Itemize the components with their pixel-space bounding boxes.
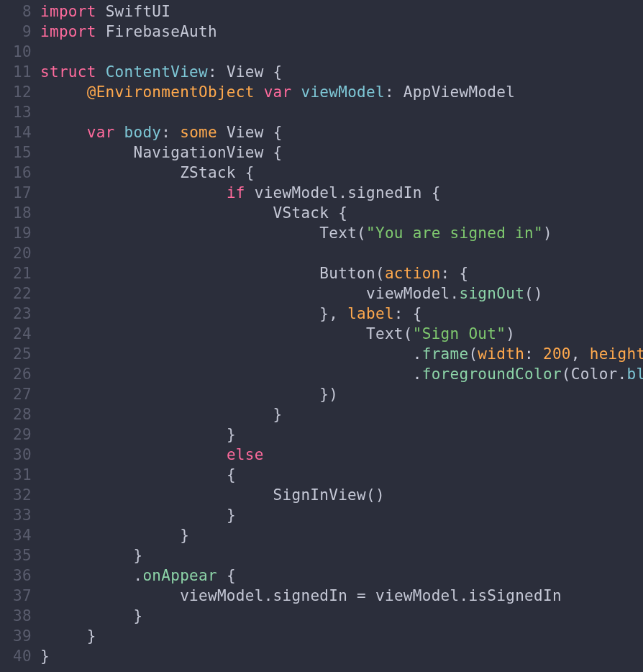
token-punct: }	[180, 527, 189, 544]
token-kw: else	[227, 446, 264, 463]
code-line[interactable]	[40, 42, 643, 62]
code-line[interactable]: }	[40, 404, 643, 424]
token-type: SwiftUI	[106, 3, 171, 20]
line-number: 25	[0, 344, 32, 364]
token-punct: (	[357, 224, 366, 242]
token-punct: (	[468, 345, 478, 363]
code-editor[interactable]: 8910111213141516171819202122232425262728…	[0, 0, 643, 666]
token-punct: ()	[366, 486, 385, 504]
token-param: width	[478, 345, 524, 363]
code-line[interactable]: SignInView()	[40, 485, 643, 505]
code-line[interactable]: viewModel.signedIn = viewModel.isSignedI…	[40, 586, 643, 606]
code-line[interactable]: .onAppear {	[40, 566, 643, 586]
code-line[interactable]: Button(action: {	[40, 263, 643, 283]
token-kw: import	[40, 23, 96, 40]
line-number: 15	[0, 142, 32, 163]
code-line[interactable]: import SwiftUI	[40, 1, 643, 22]
token-func: foregroundColor	[422, 365, 562, 383]
code-line[interactable]: }	[40, 646, 643, 666]
code-line[interactable]: import FirebaseAuth	[40, 22, 643, 42]
code-line[interactable]: }	[40, 606, 643, 626]
token-kw: import	[40, 3, 96, 20]
token-kw: var	[264, 83, 292, 101]
token-punct: }	[133, 547, 142, 564]
code-line[interactable]: }	[40, 525, 643, 545]
code-line[interactable]: var body: some View {	[40, 122, 643, 142]
code-line[interactable]: struct ContentView: View {	[40, 62, 643, 82]
token-prop: body	[124, 124, 162, 141]
code-line[interactable]	[40, 102, 643, 122]
token-punct: )	[506, 325, 515, 342]
token-punct: .	[264, 587, 273, 604]
line-number: 32	[0, 485, 32, 505]
token-punct: }	[227, 507, 236, 524]
code-line[interactable]: VStack {	[40, 203, 643, 223]
code-line[interactable]: }	[40, 424, 643, 445]
token-punct: .	[460, 587, 469, 604]
code-line[interactable]: {	[40, 465, 643, 485]
token-punct: }	[273, 406, 283, 423]
line-number: 30	[0, 445, 32, 465]
line-number: 31	[0, 465, 32, 485]
token-punct	[255, 83, 264, 101]
line-number: 8	[0, 1, 32, 22]
code-line[interactable]	[40, 243, 643, 263]
token-punct	[96, 3, 106, 20]
line-number-gutter: 8910111213141516171819202122232425262728…	[0, 1, 40, 666]
line-number: 12	[0, 82, 32, 102]
token-punct: (	[375, 265, 385, 282]
code-line[interactable]: }	[40, 626, 643, 646]
line-number: 40	[0, 646, 32, 666]
token-attr: @EnvironmentObject	[87, 83, 255, 101]
token-punct: }	[227, 426, 236, 443]
token-type: ZStack	[180, 164, 236, 181]
token-kw: var	[87, 124, 115, 141]
code-line[interactable]: NavigationView {	[40, 142, 643, 163]
token-punct: ,	[571, 345, 590, 363]
code-line[interactable]: .foregroundColor(Color.blue)	[40, 364, 643, 384]
code-line[interactable]: }, label: {	[40, 304, 643, 324]
code-line[interactable]: else	[40, 445, 643, 465]
code-line[interactable]: }	[40, 505, 643, 525]
line-number: 28	[0, 404, 32, 424]
token-type: viewModel	[366, 285, 450, 302]
token-type: Color	[571, 365, 618, 383]
token-punct: :	[385, 83, 403, 101]
token-punct: :	[208, 63, 227, 81]
token-kw: if	[227, 184, 245, 201]
code-line[interactable]: viewModel.signOut()	[40, 283, 643, 304]
line-number: 9	[0, 22, 32, 42]
token-type: viewModel	[180, 587, 264, 604]
token-punct: }	[87, 627, 96, 645]
line-number: 39	[0, 626, 32, 646]
token-func: frame	[422, 345, 469, 363]
code-line[interactable]: .frame(width: 200, height: 50)	[40, 344, 643, 364]
token-punct: .	[413, 345, 422, 363]
line-number: 22	[0, 283, 32, 304]
token-punct	[96, 23, 106, 40]
line-number: 35	[0, 545, 32, 566]
line-number: 17	[0, 183, 32, 203]
token-punct: {	[264, 63, 283, 81]
token-param: label	[347, 305, 394, 322]
code-line[interactable]: })	[40, 384, 643, 404]
code-line[interactable]: Text("You are signed in")	[40, 223, 643, 243]
code-line[interactable]: @EnvironmentObject var viewModel: AppVie…	[40, 82, 643, 102]
code-line[interactable]: if viewModel.signedIn {	[40, 183, 643, 203]
code-line[interactable]: }	[40, 545, 643, 566]
token-punct	[115, 124, 124, 141]
token-type: viewModel	[255, 184, 339, 201]
code-line[interactable]: Text("Sign Out")	[40, 324, 643, 344]
line-number: 24	[0, 324, 32, 344]
token-punct: ()	[524, 285, 543, 302]
token-punct	[96, 63, 106, 81]
line-number: 34	[0, 525, 32, 545]
token-punct: {	[236, 164, 255, 181]
code-area[interactable]: import SwiftUIimport FirebaseAuthstruct …	[40, 1, 643, 666]
token-punct: )	[543, 224, 552, 242]
token-punct: (	[562, 365, 571, 383]
line-number: 11	[0, 62, 32, 82]
token-type: NavigationView	[133, 144, 263, 161]
code-line[interactable]: ZStack {	[40, 163, 643, 183]
token-punct: =	[347, 587, 375, 604]
